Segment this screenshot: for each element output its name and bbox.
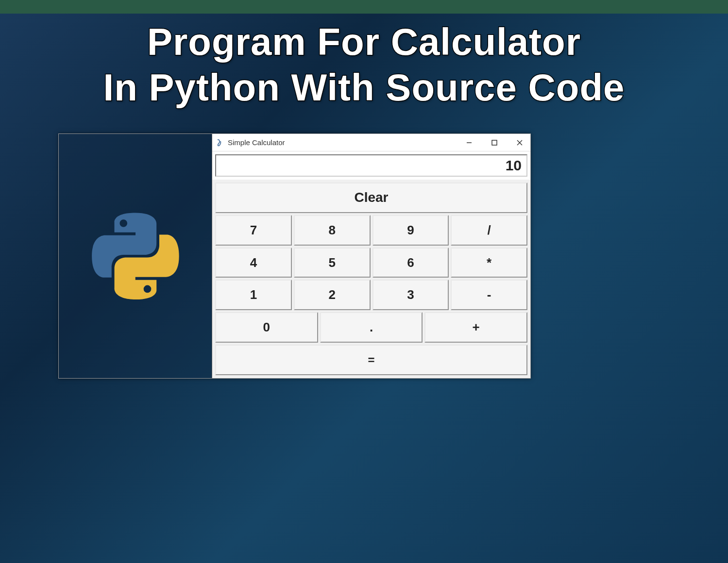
digit-1-button[interactable]: 1 — [215, 280, 292, 310]
page-title: Program For Calculator In Python With So… — [0, 19, 728, 110]
subtract-button[interactable]: - — [451, 280, 527, 310]
titlebar: Simple Calculator — [212, 134, 530, 151]
divide-button[interactable]: / — [451, 215, 527, 246]
calculator-display[interactable] — [215, 154, 527, 177]
digit-5-button[interactable]: 5 — [294, 248, 371, 278]
button-area: Clear 7 8 9 / 4 5 6 * 1 2 3 - — [212, 180, 530, 378]
python-logo-icon — [92, 213, 179, 300]
digit-7-button[interactable]: 7 — [215, 215, 292, 246]
digit-0-button[interactable]: 0 — [215, 312, 318, 343]
clear-button[interactable]: Clear — [215, 182, 527, 213]
python-logo-section — [59, 134, 212, 378]
button-row-3: 1 2 3 - — [214, 279, 528, 311]
title-line-2: In Python With Source Code — [0, 65, 728, 111]
digit-2-button[interactable]: 2 — [294, 280, 371, 310]
svg-rect-1 — [492, 140, 497, 145]
button-row-2: 4 5 6 * — [214, 247, 528, 279]
digit-8-button[interactable]: 8 — [294, 215, 371, 246]
maximize-button[interactable] — [488, 136, 501, 149]
clear-row: Clear — [214, 182, 528, 214]
add-button[interactable]: + — [424, 312, 527, 343]
button-row-4: 0 . + — [214, 311, 528, 344]
multiply-button[interactable]: * — [451, 248, 527, 278]
calculator-window: Simple Calculator Clear — [212, 134, 530, 378]
digit-4-button[interactable]: 4 — [215, 248, 292, 278]
top-accent-bar — [0, 0, 728, 14]
display-area — [212, 151, 530, 180]
digit-9-button[interactable]: 9 — [372, 215, 449, 246]
digit-6-button[interactable]: 6 — [372, 248, 449, 278]
decimal-button[interactable]: . — [320, 312, 423, 343]
equals-row: = — [214, 344, 528, 376]
titlebar-controls — [462, 136, 526, 149]
button-row-1: 7 8 9 / — [214, 214, 528, 247]
title-line-1: Program For Calculator — [0, 19, 728, 65]
tk-icon — [216, 139, 224, 147]
digit-3-button[interactable]: 3 — [372, 280, 449, 310]
minimize-button[interactable] — [462, 136, 476, 149]
equals-button[interactable]: = — [215, 345, 527, 375]
close-button[interactable] — [513, 136, 526, 149]
content-frame: Simple Calculator Clear — [58, 133, 531, 379]
window-title: Simple Calculator — [228, 138, 462, 147]
